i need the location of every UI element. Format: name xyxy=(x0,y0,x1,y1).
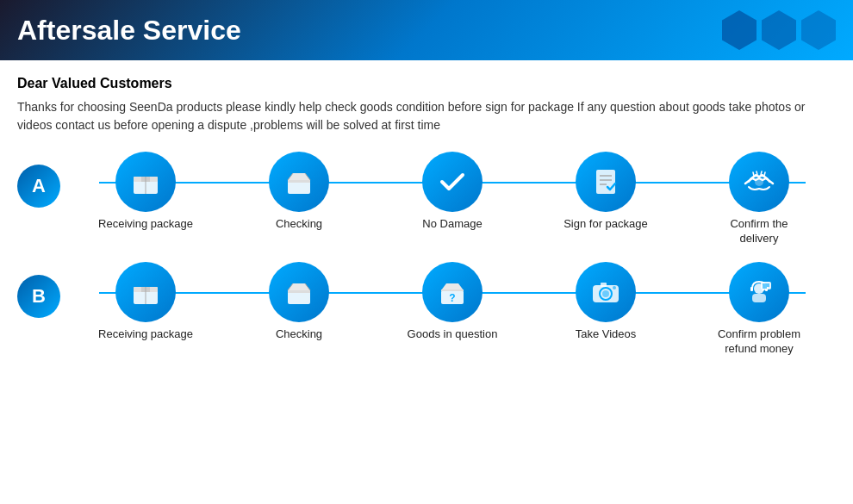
step-confirm-problem: Confirm problem refund money xyxy=(682,262,836,357)
row-a: A Receiving package xyxy=(17,152,836,246)
step-label-receiving-a: Receiving package xyxy=(98,217,193,232)
svg-point-35 xyxy=(613,286,616,289)
camera-icon xyxy=(576,262,636,322)
svg-rect-38 xyxy=(750,287,753,291)
step-label-checking-b: Checking xyxy=(276,327,322,342)
support-icon xyxy=(729,262,789,322)
box-icon-a xyxy=(115,152,176,212)
svg-line-15 xyxy=(756,171,757,175)
box-icon-b xyxy=(115,262,176,322)
step-receiving-package-b: Receiving package xyxy=(69,262,222,342)
content-area: Dear Valued Customers Thanks for choosin… xyxy=(0,60,853,381)
letter-b: B xyxy=(17,275,60,318)
step-label-no-damage: No Damage xyxy=(422,217,482,232)
header: Aftersale Service xyxy=(0,0,853,60)
open-box-icon-b xyxy=(269,262,329,322)
svg-marker-5 xyxy=(288,173,310,180)
step-sign-package: Sign for package xyxy=(529,152,682,232)
step-checking-b: Checking xyxy=(222,262,376,342)
hex-2 xyxy=(762,10,796,50)
step-no-damage: No Damage xyxy=(376,152,529,232)
letter-a: A xyxy=(17,165,60,208)
header-decoration xyxy=(722,0,853,60)
svg-line-17 xyxy=(764,172,765,176)
step-label-receiving-b: Receiving package xyxy=(98,327,193,342)
checkmark-icon xyxy=(422,152,483,212)
question-box-icon: ? xyxy=(422,262,483,322)
svg-line-14 xyxy=(753,172,754,176)
svg-line-16 xyxy=(761,171,762,175)
step-label-sign-package: Sign for package xyxy=(563,217,648,232)
description-text: Thanks for choosing SeenDa products plea… xyxy=(17,98,836,134)
step-label-checking-a: Checking xyxy=(276,217,322,232)
svg-rect-26 xyxy=(288,290,310,293)
steps-row-b: Receiving package Checking xyxy=(69,262,836,357)
svg-marker-23 xyxy=(288,283,310,290)
open-box-icon-a xyxy=(269,152,329,212)
svg-text:?: ? xyxy=(449,292,455,304)
svg-point-33 xyxy=(602,290,609,297)
svg-point-13 xyxy=(755,177,763,186)
svg-rect-8 xyxy=(288,180,310,183)
document-icon xyxy=(576,152,636,212)
handshake-icon xyxy=(729,152,789,212)
step-label-confirm-delivery: Confirm the delivery xyxy=(712,217,806,246)
step-confirm-delivery: Confirm the delivery xyxy=(682,152,836,246)
step-goods-question: ? Goods in question xyxy=(376,262,529,342)
step-label-goods-question: Goods in question xyxy=(408,327,498,342)
steps-row-a: Receiving package Checking xyxy=(69,152,836,246)
step-take-videos: Take Videos xyxy=(529,262,682,342)
step-label-confirm-problem: Confirm problem refund money xyxy=(712,327,806,357)
svg-rect-34 xyxy=(601,283,607,287)
row-b: B Receiving package xyxy=(17,262,836,357)
step-receiving-package-a: Receiving package xyxy=(69,152,222,232)
svg-rect-9 xyxy=(596,170,615,194)
svg-rect-37 xyxy=(752,294,766,302)
header-title: Aftersale Service xyxy=(17,15,241,47)
step-checking-a: Checking xyxy=(222,152,376,232)
hex-1 xyxy=(722,10,756,50)
dear-title: Dear Valued Customers xyxy=(17,76,836,91)
step-label-take-videos: Take Videos xyxy=(576,327,637,342)
hex-3 xyxy=(801,10,836,50)
svg-marker-28 xyxy=(441,283,464,290)
